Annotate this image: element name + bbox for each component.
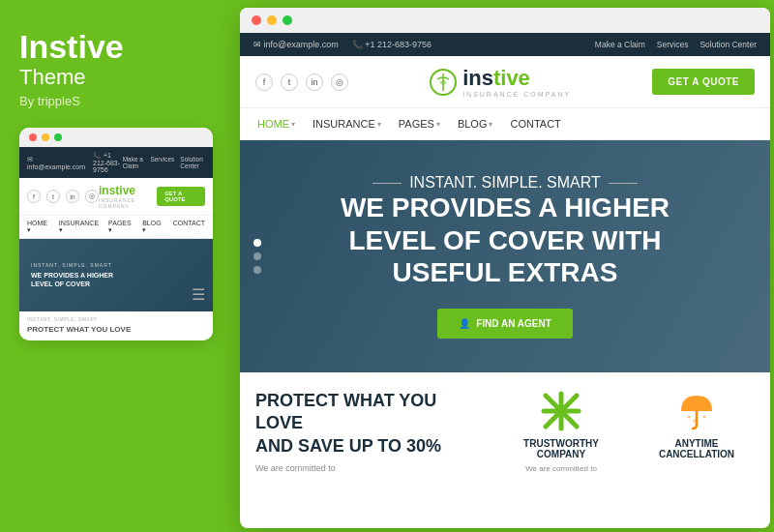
- find-agent-button[interactable]: 👤 FIND AN AGENT: [437, 309, 573, 339]
- main-hero: INSTANT. SIMPLE. SMART WE PROVIDES A HIG…: [240, 140, 770, 372]
- bottom-text: We are committed to: [255, 463, 484, 473]
- main-dot-red: [252, 15, 261, 25]
- hero-tagline: INSTANT. SIMPLE. SMART: [341, 174, 670, 192]
- mini-hamburger-icon: ☰: [192, 285, 205, 304]
- mini-footer-tagline: INSTANT, SIMPLE, SMART: [27, 316, 205, 322]
- topbar-claim[interactable]: Make a Claim: [595, 40, 645, 49]
- mini-logo-tagline: INSURANCE COMPANY: [99, 197, 157, 209]
- mini-linkedin-icon[interactable]: in: [66, 190, 79, 203]
- nav-blog-chevron: ▾: [489, 120, 492, 129]
- mini-get-quote-button[interactable]: GET A QUOTE: [157, 187, 205, 206]
- mini-logo: instive INSURANCE COMPANY: [99, 184, 157, 209]
- nav-pages-chevron: ▾: [436, 120, 440, 129]
- topbar-phone: 📞 +1 212-683-9756: [352, 40, 432, 49]
- mini-nav: HOME ▾ INSURANCE ▾ PAGES ▾ BLOG ▾ CONTAC…: [19, 216, 213, 239]
- twitter-icon[interactable]: t: [281, 74, 298, 91]
- svg-point-6: [688, 416, 691, 419]
- mini-claim: Make a Claim: [123, 156, 145, 169]
- topbar-email: ✉ info@example.com: [253, 40, 339, 49]
- mini-instagram-icon[interactable]: ◎: [85, 190, 99, 203]
- hero-dot-2[interactable]: [253, 252, 261, 260]
- logo-tagline: INSURANCE COMPANY: [462, 91, 571, 98]
- trustworthy-text: We are committed to: [503, 463, 619, 474]
- svg-point-8: [703, 416, 706, 419]
- mini-email: ✉ info@example.com: [27, 156, 85, 170]
- hero-dots: [253, 239, 261, 274]
- umbrella-icon: [675, 390, 718, 432]
- header-social: f t in ◎: [255, 74, 348, 91]
- nav-blog[interactable]: BLOG ▾: [458, 118, 493, 130]
- mini-twitter-icon[interactable]: t: [46, 190, 60, 203]
- person-icon: 👤: [459, 318, 470, 329]
- cancellation-icon: [675, 390, 718, 432]
- mini-solution: Solution Center: [180, 156, 205, 169]
- feature-trustworthy: TRUSTWORTHYCOMPANY We are committed to: [503, 390, 619, 474]
- mini-topbar: ✉ info@example.com 📞 +1 212-683-9756 Mak…: [19, 147, 213, 178]
- mini-browser: ✉ info@example.com 📞 +1 212-683-9756 Mak…: [19, 128, 213, 340]
- cancellation-title: ANYTIMECANCELLATION: [639, 438, 755, 459]
- feature-cancellation: ANYTIMECANCELLATION: [639, 390, 755, 474]
- nav-home[interactable]: HOME ▾: [257, 118, 295, 130]
- bottom-section: PROTECT WHAT YOU LOVE AND SAVE UP TO 30%…: [240, 372, 770, 474]
- hero-dot-3[interactable]: [253, 266, 261, 274]
- theme-sub: Theme: [19, 65, 213, 90]
- trustworthy-title: TRUSTWORTHYCOMPANY: [503, 438, 619, 459]
- bottom-left: PROTECT WHAT YOU LOVE AND SAVE UP TO 30%…: [255, 390, 484, 474]
- main-dot-yellow: [267, 15, 277, 25]
- main-logo: instive INSURANCE COMPANY: [430, 66, 571, 98]
- nav-insurance[interactable]: INSURANCE ▾: [313, 118, 381, 130]
- svg-point-7: [694, 420, 697, 423]
- mini-hero-tagline: INSTANT, SIMPLE, SMART: [31, 262, 113, 268]
- hero-dot-1[interactable]: [253, 239, 261, 247]
- cross-icon: [540, 390, 582, 432]
- trustworthy-icon: [540, 390, 582, 432]
- logo-prefix: ins: [462, 66, 493, 90]
- topbar-services[interactable]: Services: [657, 40, 689, 49]
- get-quote-button[interactable]: GET A QUOTE: [652, 69, 755, 95]
- hero-title: WE PROVIDES A HIGHER LEVEL OF COVER WITH…: [341, 192, 670, 289]
- mini-facebook-icon[interactable]: f: [27, 190, 41, 203]
- left-panel: Instive Theme By trippleS ✉ info@example…: [0, 0, 232, 532]
- instagram-icon[interactable]: ◎: [331, 74, 348, 91]
- main-topbar: ✉ info@example.com 📞 +1 212-683-9756 Mak…: [240, 33, 770, 56]
- mini-browser-bar: [19, 128, 213, 147]
- logo-shield-icon: [430, 69, 457, 96]
- mini-phone: 📞 +1 212-683-9756: [93, 152, 123, 173]
- nav-pages[interactable]: PAGES ▾: [399, 118, 440, 130]
- hero-content: INSTANT. SIMPLE. SMART WE PROVIDES A HIG…: [341, 174, 670, 339]
- mini-dot-red: [29, 133, 37, 141]
- mini-footer-title: PROTECT WHAT YOU LOVE: [27, 325, 205, 334]
- main-dot-green: [283, 15, 292, 25]
- mini-header: f t in ◎ instive INSURANCE COMPANY GET A…: [19, 178, 213, 216]
- logo-suffix: tive: [493, 66, 530, 90]
- nav-contact[interactable]: CONTACT: [510, 118, 560, 130]
- bottom-title: PROTECT WHAT YOU LOVE AND SAVE UP TO 30%: [255, 390, 484, 458]
- mini-social-icons: f t in ◎: [27, 190, 99, 203]
- nav-insurance-chevron: ▾: [377, 120, 381, 129]
- mini-dot-yellow: [42, 133, 49, 141]
- mini-hero-text: WE PROVIDES A HIGHERLEVEL OF COVER: [31, 271, 113, 290]
- mini-footer-section: INSTANT, SIMPLE, SMART PROTECT WHAT YOU …: [19, 311, 213, 340]
- nav-home-chevron: ▾: [291, 120, 295, 129]
- main-header: f t in ◎ instive INSURANCE COMPANY GET A…: [240, 56, 770, 108]
- theme-name: Instive: [19, 29, 213, 65]
- facebook-icon[interactable]: f: [255, 74, 273, 91]
- main-browser-bar: [240, 8, 770, 33]
- topbar-solution[interactable]: Solution Center: [700, 40, 757, 49]
- main-browser: ✉ info@example.com 📞 +1 212-683-9756 Mak…: [240, 8, 770, 528]
- mini-services: Services: [150, 156, 174, 169]
- linkedin-icon[interactable]: in: [306, 74, 323, 91]
- mini-dot-green: [54, 133, 62, 141]
- mini-hero: INSTANT, SIMPLE, SMART WE PROVIDES A HIG…: [19, 239, 213, 311]
- by-author: By trippleS: [19, 94, 213, 108]
- main-nav: HOME ▾ INSURANCE ▾ PAGES ▾ BLOG ▾ CONTAC…: [240, 108, 770, 140]
